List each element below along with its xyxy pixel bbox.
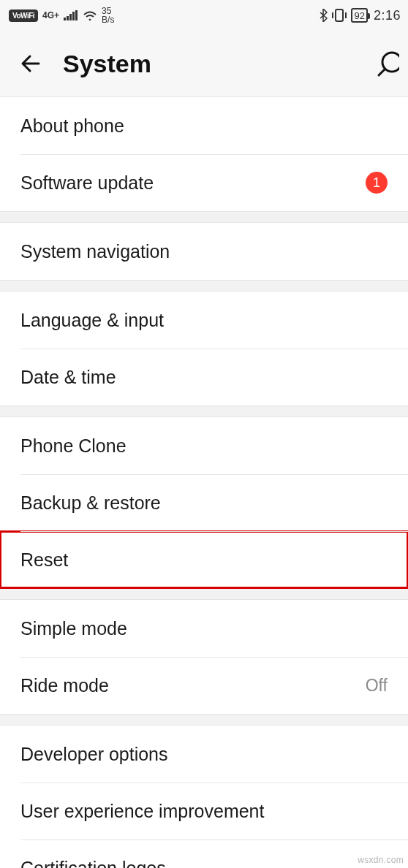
settings-row-phone-clone[interactable]: Phone Clone [0,417,408,474]
settings-row-certification-logos[interactable]: Certification logos [0,840,408,868]
svg-rect-3 [72,12,75,20]
settings-row-software-update[interactable]: Software update1 [0,154,408,211]
row-label: System navigation [20,241,170,262]
svg-line-9 [379,69,385,75]
row-value: Off [366,676,388,696]
status-right: 92 2:16 [319,8,401,23]
svg-rect-5 [336,9,343,21]
network-type-indicator: 4G+ [42,12,59,19]
status-bar: VoWiFi 4G+ 35 B/s [0,0,408,31]
settings-row-ux-improvement[interactable]: User experience improvement [0,783,408,840]
status-left: VoWiFi 4G+ 35 B/s [9,7,114,24]
settings-list: About phoneSoftware update1System naviga… [0,96,408,868]
settings-group: Simple modeRide modeOff [0,599,408,715]
search-icon [370,49,399,78]
notification-badge: 1 [366,172,388,194]
settings-row-backup-restore[interactable]: Backup & restore [0,474,408,531]
row-label: Simple mode [20,618,127,639]
vowifi-indicator: VoWiFi [9,9,38,22]
svg-rect-1 [67,16,69,20]
settings-group: System navigation [0,222,408,281]
search-button[interactable] [370,49,399,78]
battery-indicator: 92 [351,8,367,23]
settings-row-date-time[interactable]: Date & time [0,349,408,406]
screen: VoWiFi 4G+ 35 B/s [0,0,408,868]
settings-row-ride-mode[interactable]: Ride modeOff [0,657,408,714]
settings-row-simple-mode[interactable]: Simple mode [0,600,408,657]
svg-rect-0 [64,18,66,20]
row-label: Reset [20,549,68,571]
settings-group: Language & inputDate & time [0,291,408,406]
data-speed-unit: B/s [102,15,114,24]
svg-rect-4 [75,10,78,20]
settings-row-system-navigation[interactable]: System navigation [0,223,408,280]
page-title: System [63,50,352,78]
back-button[interactable] [16,49,45,78]
data-speed-indicator: 35 B/s [102,7,114,24]
row-label: Software update [20,172,154,194]
row-label: Date & time [20,367,116,388]
battery-percent: 92 [354,10,364,21]
settings-group: Developer optionsUser experience improve… [0,725,408,868]
settings-row-reset[interactable]: Reset [0,531,408,588]
row-label: User experience improvement [20,801,264,822]
row-label: Language & input [20,310,164,331]
bluetooth-icon [319,9,328,22]
cellular-signal-icon [64,10,78,20]
row-label: Certification logos [20,858,166,869]
settings-group: Phone CloneBackup & restoreReset [0,416,408,589]
arrow-left-icon [18,51,43,76]
row-label: Developer options [20,744,168,765]
row-label: Phone Clone [20,435,126,457]
wifi-icon [83,10,97,20]
watermark: wsxdn.com [358,855,404,865]
settings-row-about-phone[interactable]: About phone [0,97,408,154]
row-label: About phone [20,115,124,137]
row-label: Backup & restore [20,492,161,514]
clock: 2:16 [374,8,401,23]
svg-rect-2 [69,14,72,20]
header: System [0,31,408,96]
row-label: Ride mode [20,675,109,696]
settings-row-language-input[interactable]: Language & input [0,292,408,349]
settings-row-developer-options[interactable]: Developer options [0,726,408,783]
settings-group: About phoneSoftware update1 [0,96,408,212]
vibrate-icon [332,9,347,22]
